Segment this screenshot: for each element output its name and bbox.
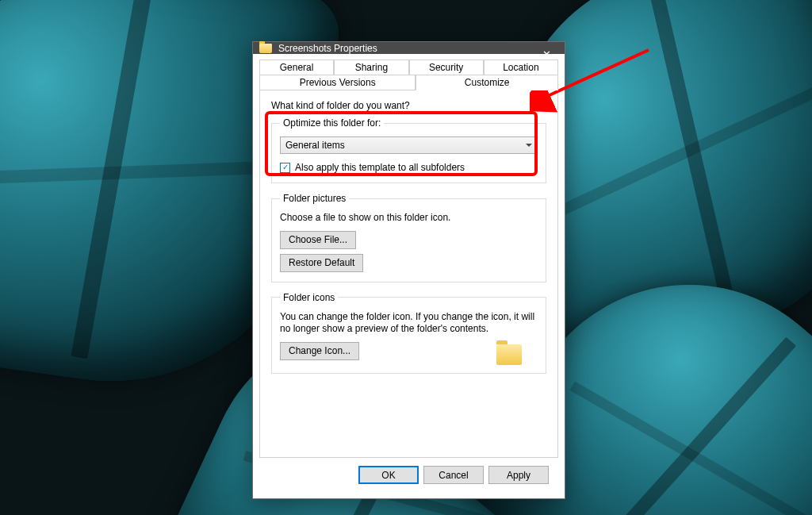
folder-pictures-desc: Choose a file to show on this folder ico… <box>280 212 538 225</box>
apply-subfolders-checkbox[interactable]: ✓ <box>280 163 290 173</box>
tab-general[interactable]: General <box>259 60 334 75</box>
tab-customize[interactable]: Customize <box>416 75 558 90</box>
ok-button[interactable]: OK <box>358 466 419 484</box>
optimize-dropdown-value: General items <box>285 140 345 151</box>
tab-location[interactable]: Location <box>484 60 558 75</box>
restore-default-button[interactable]: Restore Default <box>280 254 363 272</box>
tab-panel-customize: What kind of folder do you want? Optimiz… <box>259 90 558 458</box>
apply-subfolders-row[interactable]: ✓ Also apply this template to all subfol… <box>280 162 538 173</box>
titlebar[interactable]: Screenshots Properties ✕ <box>253 42 565 54</box>
optimize-group: Optimize this folder for: General items … <box>271 117 546 183</box>
customize-heading: What kind of folder do you want? <box>271 100 546 111</box>
apply-button[interactable]: Apply <box>488 466 549 484</box>
apply-subfolders-label: Also apply this template to all subfolde… <box>295 162 465 173</box>
tab-previous-versions[interactable]: Previous Versions <box>259 75 416 90</box>
folder-icons-desc: You can change the folder icon. If you c… <box>280 311 538 336</box>
optimize-legend: Optimize this folder for: <box>280 117 384 129</box>
folder-icon <box>259 44 272 53</box>
folder-icons-group: Folder icons You can change the folder i… <box>271 292 546 374</box>
cancel-button[interactable]: Cancel <box>423 466 484 484</box>
folder-icons-legend: Folder icons <box>280 292 338 303</box>
choose-file-button[interactable]: Choose File... <box>280 231 356 249</box>
tab-sharing[interactable]: Sharing <box>334 60 408 75</box>
folder-pictures-group: Folder pictures Choose a file to show on… <box>271 193 546 282</box>
dialog-button-row: OK Cancel Apply <box>259 458 558 492</box>
folder-pictures-legend: Folder pictures <box>280 193 349 204</box>
optimize-dropdown[interactable]: General items <box>280 136 538 154</box>
tab-security[interactable]: Security <box>409 60 484 75</box>
properties-dialog: Screenshots Properties ✕ General Sharing… <box>252 41 565 499</box>
chevron-down-icon <box>526 144 532 147</box>
folder-preview-icon <box>496 344 522 365</box>
window-title: Screenshots Properties <box>278 43 377 54</box>
checkmark-icon: ✓ <box>282 163 289 171</box>
dialog-content: General Sharing Security Location Previo… <box>253 54 565 498</box>
change-icon-button[interactable]: Change Icon... <box>280 342 359 360</box>
tab-strip: General Sharing Security Location Previo… <box>259 60 558 90</box>
